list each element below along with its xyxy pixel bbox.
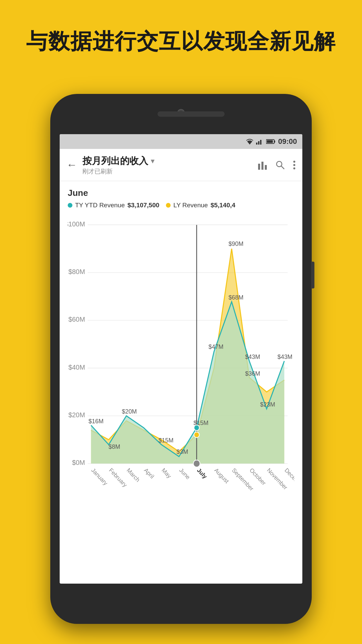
svg-rect-6 [274, 141, 275, 143]
month-jan: January [90, 467, 109, 486]
status-bar: 09:00 [60, 134, 302, 149]
svg-rect-9 [261, 162, 263, 170]
status-icons: 09:00 [246, 137, 297, 146]
month-jul: July [196, 467, 208, 480]
svg-text:$8M: $8M [109, 443, 120, 450]
legend-dot-teal [68, 203, 72, 208]
svg-text:$0M: $0M [72, 459, 85, 467]
svg-rect-4 [262, 139, 263, 145]
svg-text:$90M: $90M [229, 240, 244, 248]
chart-month-label: June [68, 188, 294, 198]
wifi-icon [246, 139, 253, 145]
chart-section: June TY YTD Revenue $3,107,500 LY Revenu… [60, 181, 302, 516]
svg-text:$20M: $20M [68, 411, 85, 419]
svg-point-15 [293, 167, 295, 169]
svg-text:$15M: $15M [159, 437, 174, 444]
svg-text:$20M: $20M [122, 408, 137, 415]
phone-screen: 09:00 ← 按月列出的收入 ▾ 刚才已刷新 [60, 134, 302, 584]
speaker [158, 111, 225, 117]
svg-text:$43M: $43M [278, 353, 293, 361]
axis-dot [193, 460, 200, 467]
month-feb: February [108, 467, 129, 488]
app-title: 按月列出的收入 ▾ [82, 155, 257, 167]
status-time: 09:00 [278, 137, 297, 146]
app-subtitle: 刚才已刷新 [82, 167, 257, 175]
legend-ty-value: $3,107,500 [127, 202, 159, 209]
svg-text:$40M: $40M [68, 363, 85, 371]
dropdown-icon[interactable]: ▾ [151, 157, 154, 165]
chart-svg: $100M $80M $60M $40M $20M $0M [68, 214, 294, 516]
app-bar: ← 按月列出的收入 ▾ 刚才已刷新 [60, 149, 302, 181]
phone-wrapper: 09:00 ← 按月列出的收入 ▾ 刚才已刷新 [50, 94, 312, 624]
svg-point-11 [277, 161, 282, 167]
ty-area [91, 302, 285, 464]
month-jun: June [178, 467, 191, 481]
ty-selected-dot[interactable] [194, 425, 199, 431]
side-button [311, 262, 314, 288]
svg-text:$68M: $68M [229, 294, 244, 301]
legend-dot-yellow [166, 203, 171, 208]
legend-ly-label: LY Revenue [173, 202, 208, 209]
legend-item-ty: TY YTD Revenue $3,107,500 [68, 202, 159, 209]
svg-text:$3M: $3M [177, 448, 188, 455]
legend-item-ly: LY Revenue $5,140,4 [166, 202, 235, 209]
svg-text:$23M: $23M [260, 401, 275, 408]
svg-point-13 [293, 161, 295, 163]
legend: TY YTD Revenue $3,107,500 LY Revenue $5,… [68, 202, 294, 209]
more-icon[interactable] [293, 160, 296, 170]
legend-ly-value: $5,140,4 [210, 202, 235, 209]
svg-rect-10 [265, 165, 267, 170]
svg-rect-1 [256, 143, 257, 145]
svg-text:$43M: $43M [245, 353, 260, 361]
svg-line-12 [281, 166, 284, 169]
month-mar: March [125, 467, 141, 483]
svg-text:$36M: $36M [245, 370, 260, 377]
svg-rect-8 [258, 164, 260, 170]
ly-selected-dot[interactable] [194, 432, 199, 438]
svg-text:$16M: $16M [88, 417, 104, 425]
search-icon[interactable] [276, 160, 285, 170]
chart-icon[interactable] [257, 160, 267, 170]
app-bar-actions [257, 160, 296, 170]
chart-area[interactable]: $100M $80M $60M $40M $20M $0M [68, 214, 294, 516]
svg-rect-7 [267, 140, 273, 143]
svg-text:$60M: $60M [68, 316, 85, 323]
svg-point-14 [293, 164, 295, 166]
top-text: 与数据进行交互以发现全新见解 [0, 27, 362, 56]
svg-rect-3 [260, 140, 261, 145]
svg-rect-2 [258, 141, 259, 145]
back-button[interactable]: ← [66, 159, 77, 171]
month-aug: August [213, 467, 230, 485]
signal-icon [256, 139, 263, 145]
month-may: May [161, 467, 173, 479]
svg-text:$100M: $100M [68, 220, 85, 228]
svg-text:$80M: $80M [68, 268, 85, 275]
phone-shell: 09:00 ← 按月列出的收入 ▾ 刚才已刷新 [50, 94, 312, 624]
legend-ty-label: TY YTD Revenue [75, 202, 125, 209]
title-block: 按月列出的收入 ▾ 刚才已刷新 [82, 155, 257, 175]
month-apr: April [143, 467, 156, 480]
svg-text:$47M: $47M [208, 343, 224, 350]
battery-icon [266, 139, 276, 144]
